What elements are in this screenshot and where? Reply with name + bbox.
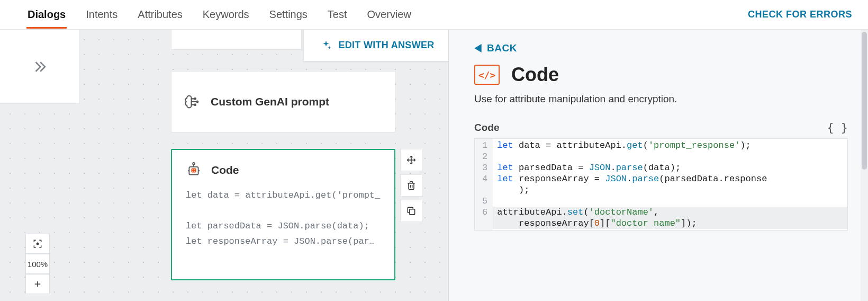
code-editor[interactable]: 123456 let data = attributeApi.get('prom… <box>474 138 848 231</box>
tab-dialogs[interactable]: Dialogs <box>26 1 67 28</box>
node-code[interactable]: Code let data = attributeApi.get('prompt… <box>171 149 395 280</box>
editor-body[interactable]: let data = attributeApi.get('prompt_resp… <box>493 139 847 230</box>
node-actions <box>400 149 423 222</box>
check-errors-button[interactable]: CHECK FOR ERRORS <box>748 9 852 20</box>
svg-marker-19 <box>474 44 481 52</box>
edit-with-answer-button[interactable]: EDIT WITH ANSWER <box>303 30 449 61</box>
svg-rect-15 <box>410 209 415 215</box>
copy-icon <box>406 206 417 216</box>
tab-keywords[interactable]: Keywords <box>202 1 250 28</box>
node-code-snippet: let data = attributeApi.get('prompt_ let… <box>186 188 381 250</box>
expand-editor-button[interactable]: { } <box>827 121 848 134</box>
editor-gutter: 123456 <box>475 139 493 230</box>
tab-overview[interactable]: Overview <box>366 1 412 28</box>
chevrons-right-icon <box>32 59 48 75</box>
tab-settings[interactable]: Settings <box>268 1 309 28</box>
move-icon <box>406 155 417 165</box>
zoom-level-label: 100% <box>25 254 50 274</box>
plus-icon <box>33 279 42 289</box>
focus-icon <box>32 238 43 249</box>
zoom-in-button[interactable] <box>25 274 50 294</box>
tab-intents[interactable]: Intents <box>85 1 119 28</box>
robot-icon <box>186 162 202 179</box>
tab-attributes[interactable]: Attributes <box>137 1 183 28</box>
flow-canvas[interactable]: EDIT WITH ANSWER Custom GenAI prompt <box>0 30 449 301</box>
back-button[interactable]: BACK <box>474 42 517 54</box>
code-icon: </> <box>474 65 500 85</box>
tab-test[interactable]: Test <box>327 1 348 28</box>
tab-list: Dialogs Intents Attributes Keywords Sett… <box>26 1 412 28</box>
detail-pane: BACK </> Code Use for attribute manipula… <box>449 30 868 301</box>
triangle-left-icon <box>474 44 482 52</box>
editor-label-row: Code { } <box>474 121 848 134</box>
previous-node-peek <box>171 30 302 50</box>
editor-section-label: Code <box>474 122 500 134</box>
delete-node-button[interactable] <box>400 174 422 197</box>
back-label: BACK <box>487 42 517 54</box>
svg-point-16 <box>37 243 38 244</box>
brain-icon <box>183 93 201 111</box>
node-code-header: Code <box>186 162 381 179</box>
detail-description: Use for attribute manipulation and encry… <box>474 93 848 105</box>
scrollbar-thumb[interactable] <box>862 32 867 170</box>
expand-sidebar-button[interactable] <box>0 30 79 104</box>
trash-icon <box>406 180 417 191</box>
edit-with-answer-label: EDIT WITH ANSWER <box>338 40 434 51</box>
sparkle-icon <box>320 40 332 51</box>
detail-title: Code <box>511 64 559 86</box>
zoom-fit-button[interactable] <box>25 234 50 254</box>
detail-header: </> Code <box>474 64 848 86</box>
duplicate-node-button[interactable] <box>400 200 422 222</box>
node-genai-prompt[interactable]: Custom GenAI prompt <box>171 71 395 132</box>
vertical-scrollbar[interactable] <box>861 30 868 301</box>
main-tabbar: Dialogs Intents Attributes Keywords Sett… <box>0 0 868 30</box>
move-node-button[interactable] <box>400 149 422 171</box>
zoom-controls: 100% <box>25 234 50 294</box>
node-code-title: Code <box>211 164 239 176</box>
svg-point-5 <box>193 163 195 165</box>
node-genai-prompt-title: Custom GenAI prompt <box>211 95 329 108</box>
